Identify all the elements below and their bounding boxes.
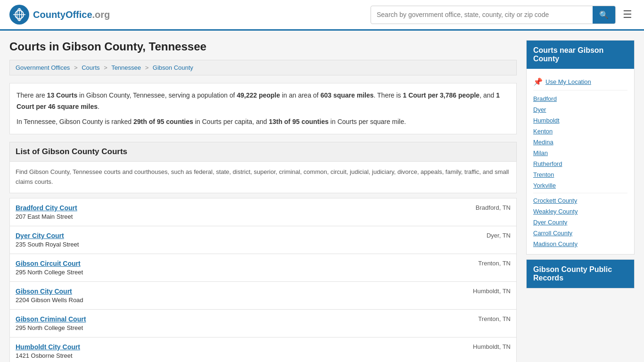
court-item: Bradford City Court 207 East Main Street… [9,198,517,226]
courts-count: 13 Courts [47,91,78,99]
logo[interactable]: CountyOffice.org [9,5,110,25]
court-address: 1421 Osborne Street [16,352,80,359]
court-name[interactable]: Gibson Criminal Court [16,315,86,323]
header-right: 🔍 ☰ [371,6,635,24]
nearby-city-link[interactable]: Milan [533,148,627,158]
logo-text: CountyOffice.org [33,9,110,20]
nearby-courts-section: Courts near Gibson County 📌 Use My Locat… [526,40,635,255]
info-paragraph-1: There are 13 Courts in Gibson County, Te… [17,90,510,113]
page-title: Courts in Gibson County, Tennessee [9,40,517,53]
court-row: Gibson Criminal Court 295 North College … [16,315,511,331]
court-city: Humboldt, TN [454,343,511,350]
public-records-title: Gibson County Public Records [527,260,634,288]
court-name[interactable]: Dyer City Court [16,232,79,239]
site-header: CountyOffice.org 🔍 ☰ [0,0,644,31]
breadcrumb-courts[interactable]: Courts [82,64,99,71]
court-item: Dyer City Court 235 South Royal Street D… [9,226,517,254]
logo-icon [9,5,29,25]
court-address: 295 North College Street [16,324,86,331]
nearby-city-link[interactable]: Trenton [533,169,627,180]
court-city: Bradford, TN [454,204,511,211]
court-item: Humboldt City Court 1421 Osborne Street … [9,337,517,362]
court-row: Dyer City Court 235 South Royal Street D… [16,232,511,248]
nearby-city-link[interactable]: Medina [533,137,627,148]
rank-capita: 29th of 95 counties [133,118,193,125]
court-row: Humboldt City Court 1421 Osborne Street … [16,343,511,359]
nearby-city-link[interactable]: Dyer [533,104,627,115]
breadcrumb-gibson-county[interactable]: Gibson County [153,64,193,71]
court-list: Bradford City Court 207 East Main Street… [9,198,517,362]
breadcrumb-gov-offices[interactable]: Government Offices [16,64,70,71]
nearby-city-link[interactable]: Humboldt [533,115,627,126]
sidebar-divider [533,193,627,193]
court-city: Trenton, TN [454,260,511,267]
search-bar: 🔍 [371,6,616,24]
info-section: There are 13 Courts in Gibson County, Te… [9,83,517,134]
area: 603 square miles [321,91,374,99]
court-name[interactable]: Gibson Circuit Court [16,260,83,267]
search-button[interactable]: 🔍 [593,6,615,24]
nearby-courts-title: Courts near Gibson County [527,41,634,69]
search-input[interactable] [371,7,593,22]
info-paragraph-2: In Tennessee, Gibson County is ranked 29… [17,116,510,128]
per-capita: 1 Court per 3,786 people [403,91,480,99]
use-location-link[interactable]: Use My Location [545,76,591,87]
nearby-county-link[interactable]: Dyer County [533,217,627,228]
public-records-section: Gibson County Public Records [526,259,635,288]
nearby-city-link[interactable]: Kenton [533,126,627,137]
breadcrumb-tennessee[interactable]: Tennessee [111,64,141,71]
court-item: Gibson Circuit Court 295 North College S… [9,254,517,282]
nearby-county-link[interactable]: Crockett County [533,195,627,206]
list-title: List of Gibson County Courts [9,142,517,162]
sidebar: Courts near Gibson County 📌 Use My Locat… [526,40,635,362]
hamburger-menu-icon[interactable]: ☰ [620,6,635,23]
rank-sqmile: 13th of 95 counties [269,118,329,125]
court-city: Trenton, TN [454,315,511,322]
location-pin-icon: 📌 [533,77,543,86]
main-content: Courts in Gibson County, Tennessee Gover… [9,40,517,362]
list-description: Find Gibson County, Tennessee courts and… [9,162,517,193]
court-name[interactable]: Humboldt City Court [16,343,80,351]
court-city: Humboldt, TN [454,288,511,295]
court-name[interactable]: Bradford City Court [16,204,77,212]
use-my-location[interactable]: 📌 Use My Location [533,74,627,90]
nearby-county-link[interactable]: Madison County [533,239,627,249]
court-address: 295 North College Street [16,269,83,276]
court-address: 235 South Royal Street [16,241,79,248]
nearby-county-link[interactable]: Weakley County [533,206,627,217]
court-name[interactable]: Gibson City Court [16,288,83,295]
nearby-counties-list: Crockett CountyWeakley CountyDyer County… [533,195,627,249]
court-city: Dyer, TN [454,232,511,239]
nearby-cities-list: BradfordDyerHumboldtKentonMedinaMilanRut… [533,93,627,191]
court-item: Gibson City Court 2204 Gibson Wells Road… [9,282,517,310]
court-address: 2204 Gibson Wells Road [16,296,83,304]
nearby-city-link[interactable]: Yorkville [533,180,627,191]
breadcrumb: Government Offices > Courts > Tennessee … [9,60,517,75]
court-row: Gibson City Court 2204 Gibson Wells Road… [16,288,511,304]
population: 49,222 people [237,91,280,99]
nearby-city-link[interactable]: Rutherford [533,158,627,169]
main-container: Courts in Gibson County, Tennessee Gover… [0,31,644,362]
court-item: Gibson Criminal Court 295 North College … [9,310,517,337]
nearby-city-link[interactable]: Bradford [533,93,627,104]
sidebar-content: 📌 Use My Location BradfordDyerHumboldtKe… [527,69,634,254]
court-address: 207 East Main Street [16,213,77,220]
court-row: Gibson Circuit Court 295 North College S… [16,260,511,276]
nearby-county-link[interactable]: Carroll County [533,228,627,239]
court-row: Bradford City Court 207 East Main Street… [16,204,511,220]
